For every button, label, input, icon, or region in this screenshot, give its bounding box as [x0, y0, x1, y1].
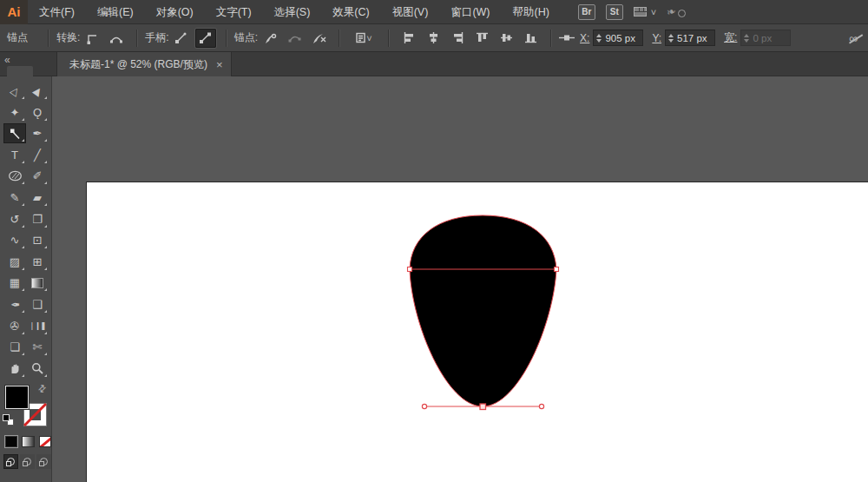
- width-tool[interactable]: ∿: [3, 230, 26, 250]
- close-icon[interactable]: ×: [216, 58, 223, 71]
- pen-tool[interactable]: ✒: [26, 123, 49, 143]
- menu-item-help[interactable]: 帮助(H): [502, 0, 561, 24]
- direction-handle-end[interactable]: [422, 404, 426, 408]
- y-input[interactable]: 517 px: [665, 30, 715, 46]
- paintbrush-tool[interactable]: ✐: [26, 166, 49, 186]
- pen-cut-icon: [263, 32, 277, 44]
- workspace-switcher-button[interactable]: ˅: [634, 7, 656, 17]
- column-graph-tool[interactable]: ❘❙❚: [26, 316, 49, 336]
- none-button[interactable]: [39, 436, 51, 447]
- anchor-point-tool[interactable]: [3, 123, 26, 143]
- align-center-button[interactable]: [423, 29, 444, 48]
- direct-selection-tool[interactable]: ▶: [26, 81, 49, 101]
- anchor-point-selected[interactable]: [480, 404, 486, 410]
- color-button[interactable]: [5, 436, 17, 447]
- ellipse-tool-icon: [8, 170, 23, 182]
- ellipse-tool[interactable]: [3, 166, 26, 186]
- shape-layer: [52, 76, 868, 482]
- align-right-button[interactable]: [447, 29, 468, 48]
- direction-handle-end[interactable]: [539, 404, 543, 408]
- stepper-arrows-icon[interactable]: [596, 34, 602, 43]
- width-input: 0 px: [740, 30, 791, 46]
- menu-item-object[interactable]: 对象(O): [145, 0, 205, 24]
- shape-builder-tool-icon: ▨: [10, 255, 20, 268]
- draw-behind-icon: [23, 458, 31, 465]
- shape-builder-tool[interactable]: ▨: [3, 252, 26, 272]
- lasso-tool[interactable]: Ǫ: [26, 102, 49, 122]
- menu-item-window[interactable]: 窗口(W): [439, 0, 501, 24]
- hand-tool[interactable]: [3, 359, 26, 379]
- menu-item-select[interactable]: 选择(S): [263, 0, 322, 24]
- shaper-tool[interactable]: ✎: [3, 188, 26, 208]
- x-value[interactable]: 905 px: [605, 33, 638, 43]
- draw-inside-button[interactable]: [36, 454, 51, 469]
- magic-wand-tool-icon: ✦: [10, 106, 20, 119]
- menu-item-effect[interactable]: 效果(C): [321, 0, 380, 24]
- type-tool[interactable]: T: [3, 145, 26, 165]
- menu-item-edit[interactable]: 编辑(E): [86, 0, 145, 24]
- zoom-tool[interactable]: [26, 359, 49, 379]
- y-label[interactable]: Y:: [652, 32, 661, 44]
- align-to-dropdown[interactable]: ˅: [349, 29, 378, 48]
- line-segment-tool[interactable]: ╱: [26, 145, 49, 165]
- slice-tool[interactable]: ✄: [26, 337, 49, 357]
- hide-handles-button[interactable]: [195, 29, 216, 48]
- eraser-tool[interactable]: ▰: [26, 188, 49, 208]
- y-value[interactable]: 517 px: [677, 33, 710, 43]
- align-top-button[interactable]: [471, 29, 492, 48]
- separator: [388, 30, 389, 47]
- stock-button[interactable]: St: [606, 4, 623, 20]
- align-middle-button[interactable]: [496, 29, 516, 48]
- align-left-button[interactable]: [398, 29, 419, 48]
- magic-wand-tool[interactable]: ✦: [3, 102, 26, 122]
- x-label[interactable]: X:: [580, 32, 589, 44]
- selected-shape[interactable]: [410, 215, 556, 406]
- mesh-tool[interactable]: ▦: [3, 273, 26, 293]
- draw-behind-button[interactable]: [20, 454, 35, 469]
- menu-item-view[interactable]: 视图(V): [381, 0, 440, 24]
- menu-item-type[interactable]: 文字(T): [205, 0, 263, 24]
- zoom-tool-icon: [31, 362, 43, 374]
- scale-tool[interactable]: ❐: [26, 209, 49, 229]
- collapse-panel-button[interactable]: «: [4, 54, 10, 66]
- perspective-grid-tool[interactable]: ⊞: [26, 252, 49, 272]
- draw-normal-icon: [7, 458, 15, 465]
- free-transform-tool[interactable]: ⊡: [26, 230, 49, 250]
- separator: [339, 30, 339, 47]
- selection-tool-icon: ▷: [8, 84, 23, 98]
- stepper-arrows-icon: [744, 34, 749, 43]
- anchor-point[interactable]: [408, 267, 412, 272]
- rotate-tool[interactable]: ↺: [3, 209, 26, 229]
- symbol-sprayer-tool[interactable]: ✇: [3, 316, 26, 336]
- gradient-tool[interactable]: [26, 273, 49, 293]
- connect-path-button[interactable]: [284, 29, 305, 48]
- anchors-label: 锚点:: [234, 30, 258, 45]
- stepper-arrows-icon[interactable]: [668, 34, 674, 43]
- convert-to-corner-button[interactable]: [82, 29, 102, 48]
- gradient-button[interactable]: [22, 436, 34, 447]
- fill-swatch[interactable]: [5, 386, 29, 409]
- artboard-tool[interactable]: ❏: [3, 337, 26, 357]
- align-bottom-button[interactable]: [520, 29, 541, 48]
- anchor-point[interactable]: [555, 267, 559, 272]
- canvas[interactable]: [52, 76, 868, 482]
- selection-tool[interactable]: ▷: [3, 81, 26, 101]
- cut-path-button[interactable]: [260, 29, 280, 48]
- unlink-dimensions-icon[interactable]: ∞: [849, 31, 858, 45]
- show-handles-button[interactable]: [171, 29, 192, 48]
- blend-tool[interactable]: ❑: [26, 294, 49, 314]
- default-fill-stroke-icon[interactable]: [3, 414, 14, 426]
- document-tab[interactable]: 未标题-1* @ 52% (RGB/预览) ×: [56, 52, 232, 76]
- control-bar: 锚点 转换: 手柄: 锚点: ˅: [0, 24, 868, 52]
- menu-item-file[interactable]: 文件(F): [28, 0, 86, 24]
- convert-to-smooth-button[interactable]: [106, 29, 127, 48]
- swap-fill-stroke-icon[interactable]: ⇄: [36, 382, 49, 396]
- eyedropper-tool[interactable]: ✒: [3, 294, 26, 314]
- remove-anchor-button[interactable]: [308, 29, 329, 48]
- cs-live-button[interactable]: ❧: [667, 5, 686, 18]
- anchor-point-tool-icon: [9, 128, 21, 140]
- draw-normal-button[interactable]: [3, 454, 18, 469]
- document-title: 未标题-1* @ 52% (RGB/预览): [69, 57, 207, 72]
- bridge-button[interactable]: Br: [578, 4, 595, 20]
- x-input[interactable]: 905 px: [593, 30, 643, 46]
